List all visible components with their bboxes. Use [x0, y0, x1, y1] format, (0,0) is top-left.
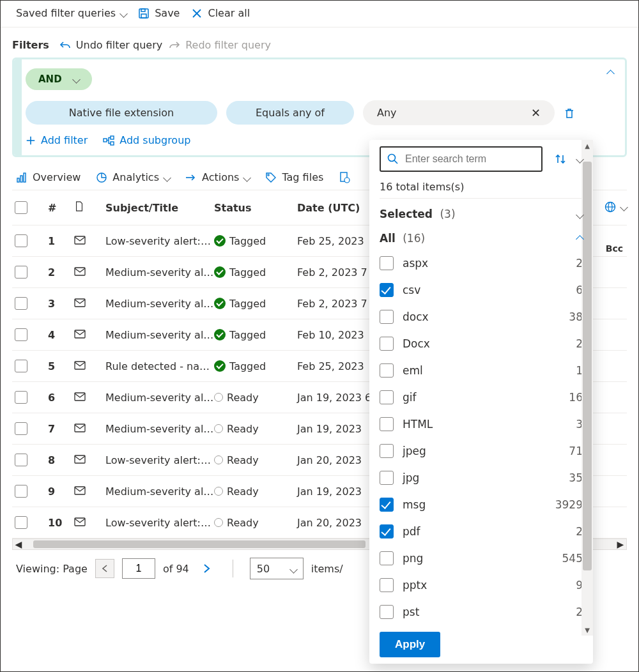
filter-option[interactable]: pptx9	[380, 572, 583, 599]
row-checkbox[interactable]	[15, 516, 27, 529]
filter-option[interactable]: gif16	[380, 384, 583, 411]
option-label: pst	[403, 606, 419, 618]
row-status: Tagged	[214, 235, 297, 247]
option-checkbox[interactable]	[380, 498, 394, 512]
collapse-icon[interactable]	[608, 68, 613, 79]
option-checkbox[interactable]	[380, 444, 394, 458]
row-checkbox[interactable]	[15, 391, 27, 404]
apply-button[interactable]: Apply	[380, 632, 440, 657]
svg-rect-2	[141, 14, 146, 18]
filter-option[interactable]: csv6	[380, 277, 583, 303]
col-num[interactable]: #	[48, 202, 73, 214]
filter-option[interactable]: HTML3	[380, 411, 583, 438]
viewing-label: Viewing: Page	[16, 563, 88, 575]
actions-dropdown[interactable]: Actions	[185, 171, 250, 183]
svg-rect-21	[75, 236, 85, 244]
filter-option[interactable]: pdf2	[380, 518, 583, 545]
col-status[interactable]: Status	[214, 202, 297, 214]
overview-tab[interactable]: Overview	[16, 171, 81, 183]
add-filter-button[interactable]: Add filter	[26, 134, 88, 146]
row-checkbox[interactable]	[15, 266, 27, 279]
filter-operator-pill[interactable]: Equals any of	[226, 101, 354, 125]
row-status: Tagged	[214, 298, 297, 310]
search-input[interactable]	[404, 153, 535, 165]
option-count: 16	[569, 391, 583, 404]
option-checkbox[interactable]	[380, 337, 394, 351]
globe-icon[interactable]	[604, 201, 616, 213]
chevron-down-icon	[291, 563, 296, 575]
tag-files-button[interactable]: Tag files	[265, 171, 323, 183]
option-label: msg	[403, 498, 426, 511]
sort-button[interactable]	[548, 146, 573, 172]
option-checkbox[interactable]	[380, 417, 394, 431]
page-input[interactable]	[122, 558, 155, 579]
chevron-down-icon	[164, 171, 170, 183]
row-checkbox[interactable]	[15, 422, 27, 435]
option-label: Docx	[403, 337, 430, 350]
option-checkbox[interactable]	[380, 578, 394, 592]
label: Analytics	[112, 171, 159, 183]
row-checkbox[interactable]	[15, 360, 27, 372]
mail-icon	[73, 329, 105, 341]
status-tagged-icon	[214, 360, 226, 372]
row-checkbox[interactable]	[15, 454, 27, 466]
row-number: 7	[48, 423, 73, 435]
option-checkbox[interactable]	[380, 551, 394, 565]
filter-option[interactable]: msg3929	[380, 491, 583, 518]
option-count: 3929	[555, 498, 583, 511]
option-count: 71	[569, 445, 583, 457]
filter-option[interactable]: eml1	[380, 357, 583, 384]
row-checkbox[interactable]	[15, 234, 27, 247]
saved-queries-dropdown[interactable]: Saved filter queries	[16, 7, 127, 19]
all-group-header[interactable]: All (16)	[380, 223, 583, 247]
option-checkbox[interactable]	[380, 524, 394, 538]
undo-button[interactable]: Undo filter query	[59, 39, 162, 51]
filter-option[interactable]: jpg35	[380, 464, 583, 491]
filter-option[interactable]: Docx2	[380, 330, 583, 357]
option-checkbox[interactable]	[380, 605, 394, 619]
status-tagged-icon	[214, 329, 226, 340]
row-checkbox[interactable]	[15, 328, 27, 341]
col-subject[interactable]: Subject/Title	[105, 202, 214, 214]
selected-group-header[interactable]: Selected (3)	[380, 199, 583, 223]
option-label: aspx	[403, 257, 428, 270]
select-all-checkbox[interactable]	[15, 201, 27, 214]
save-button[interactable]: Save	[138, 7, 180, 19]
redo-icon	[169, 40, 180, 51]
row-status: Tagged	[214, 329, 297, 341]
option-checkbox[interactable]	[380, 283, 394, 297]
option-checkbox[interactable]	[380, 310, 394, 324]
option-checkbox[interactable]	[380, 390, 394, 404]
row-checkbox[interactable]	[15, 485, 27, 498]
filter-value-pill[interactable]: Any ✕	[363, 100, 555, 125]
filter-option[interactable]: jpeg71	[380, 438, 583, 464]
option-checkbox[interactable]	[380, 256, 394, 270]
items-per-page-select[interactable]: 50	[250, 558, 304, 579]
svg-rect-9	[111, 142, 114, 145]
doc-settings-button[interactable]	[339, 172, 350, 183]
row-checkbox[interactable]	[15, 297, 27, 310]
clear-value-icon[interactable]: ✕	[531, 106, 541, 119]
svg-rect-30	[75, 518, 85, 526]
add-subgroup-button[interactable]: Add subgroup	[103, 134, 190, 146]
label: Native file extension	[69, 107, 174, 119]
filter-option[interactable]: png545	[380, 545, 583, 572]
col-bcc[interactable]: Bcc	[606, 243, 623, 254]
option-checkbox[interactable]	[380, 363, 394, 378]
analytics-dropdown[interactable]: Analytics	[96, 171, 170, 183]
mail-icon	[73, 360, 105, 372]
clear-all-button[interactable]: Clear all	[191, 7, 250, 19]
delete-filter-icon[interactable]	[564, 107, 575, 119]
chevron-down-icon[interactable]	[621, 202, 627, 212]
page-next-button[interactable]	[197, 559, 216, 578]
page-prev-button[interactable]	[95, 559, 114, 578]
row-subject: Medium-severity al…	[105, 485, 214, 498]
filter-option[interactable]: docx38	[380, 303, 583, 330]
doc-type-icon	[73, 201, 85, 212]
filter-option[interactable]: pst2	[380, 599, 583, 625]
option-label: pptx	[403, 579, 427, 592]
filter-field-pill[interactable]: Native file extension	[26, 101, 217, 125]
filter-option[interactable]: aspx2	[380, 250, 583, 277]
option-checkbox[interactable]	[380, 471, 394, 485]
logic-chip[interactable]: AND	[26, 68, 92, 90]
